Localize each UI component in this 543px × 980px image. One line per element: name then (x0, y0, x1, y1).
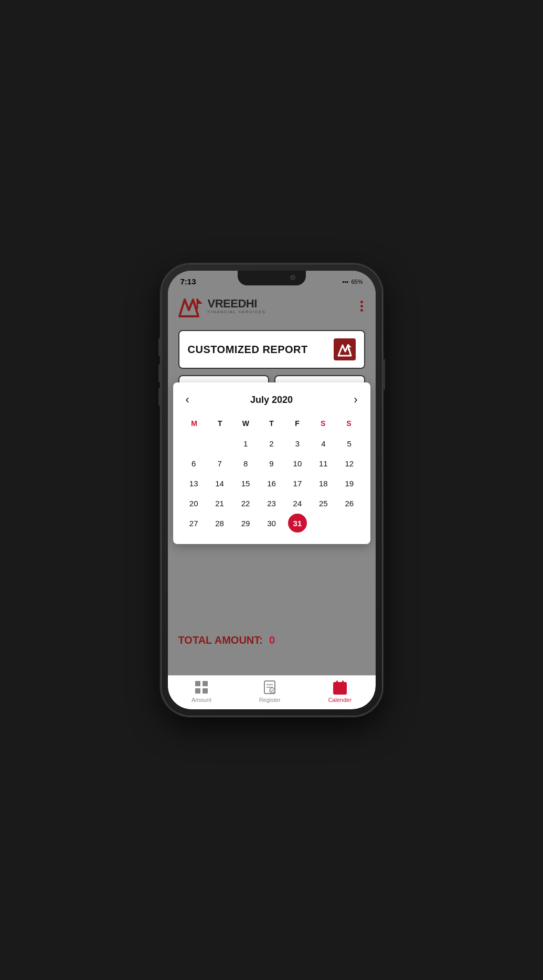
app-header: VREEDHI Financial Services (168, 289, 376, 322)
calendar-day[interactable]: 11 (314, 454, 333, 473)
report-button-label: CUSTOMIZED REPORT (188, 344, 308, 356)
camera (290, 275, 295, 280)
calendar-day[interactable]: 12 (340, 454, 359, 473)
svg-rect-27 (342, 680, 344, 684)
calendar-day[interactable]: 26 (340, 494, 359, 513)
battery-icon: 65% (351, 279, 363, 285)
svg-rect-29 (339, 688, 340, 690)
calendar-day[interactable]: 20 (184, 494, 203, 513)
calendar-day[interactable]: 13 (184, 474, 203, 493)
svg-rect-25 (334, 683, 346, 686)
total-label: TOTAL AMOUNT: (178, 634, 263, 646)
calendar-day[interactable]: 15 (236, 474, 255, 493)
report-icon-box (334, 338, 356, 360)
nav-item-amount[interactable]: Amount (191, 680, 211, 703)
total-value: 0 (269, 634, 275, 646)
weekday-w-2: W (233, 417, 259, 430)
calendar-overlay: ‹ July 2020 › MTWTFSS 123456789101112131… (173, 382, 370, 544)
total-amount-row: TOTAL AMOUNT: 0 (178, 634, 365, 646)
status-time: 7:13 (180, 277, 196, 286)
weekday-f-4: F (284, 417, 310, 430)
calendar-day[interactable]: 31 (288, 514, 307, 532)
status-icons: ▪▪▪ 65% (343, 279, 363, 285)
svg-marker-0 (179, 300, 198, 316)
calendar-day[interactable]: 30 (262, 514, 281, 532)
register-icon (262, 680, 277, 695)
phone-screen: 7:13 ▪▪▪ 65% (168, 271, 376, 709)
calendar-day[interactable]: 19 (340, 474, 359, 493)
calendar-day[interactable]: 5 (340, 434, 359, 453)
calendar-day[interactable]: 29 (236, 514, 255, 532)
svg-rect-30 (343, 688, 344, 690)
weekday-s-5: S (310, 417, 336, 430)
svg-rect-16 (195, 681, 200, 686)
calendar-day[interactable]: 8 (236, 454, 255, 473)
calendar-day[interactable]: 14 (210, 474, 229, 493)
calendar-day[interactable]: 7 (210, 454, 229, 473)
nav-label-amount: Amount (191, 697, 211, 703)
calendar-day[interactable]: 28 (210, 514, 229, 532)
calendar-day[interactable]: 24 (288, 494, 307, 513)
calendar-day[interactable]: 17 (288, 474, 307, 493)
logo-sub-text: Financial Services (208, 310, 266, 314)
calendar-month-year: July 2020 (250, 395, 293, 406)
logo-icon (178, 294, 205, 318)
vreedhi-logo-small (337, 342, 352, 357)
weekday-m-0: M (182, 417, 207, 430)
bottom-nav: Amount Register (168, 675, 376, 709)
amount-icon (194, 680, 209, 695)
logo: VREEDHI Financial Services (178, 294, 266, 318)
calendar-day (314, 514, 333, 532)
calendar-day[interactable]: 18 (314, 474, 333, 493)
calendar-day[interactable]: 4 (314, 434, 333, 453)
calendar-prev-button[interactable]: ‹ (182, 392, 194, 408)
screen: 7:13 ▪▪▪ 65% (168, 271, 376, 709)
phone-frame: 7:13 ▪▪▪ 65% (162, 264, 382, 716)
calendar-day[interactable]: 2 (262, 434, 281, 453)
logo-main-text: VREEDHI (208, 298, 266, 310)
svg-rect-18 (195, 688, 200, 694)
logo-text: VREEDHI Financial Services (208, 298, 266, 314)
calendar-day[interactable]: 23 (262, 494, 281, 513)
calendar-day[interactable]: 21 (210, 494, 229, 513)
svg-rect-26 (336, 680, 338, 684)
calendar-day[interactable]: 27 (184, 514, 203, 532)
nav-label-calendar: Calender (328, 697, 352, 703)
weekday-t-1: T (207, 417, 233, 430)
nav-item-calendar[interactable]: Calender (328, 680, 352, 703)
calendar-header: ‹ July 2020 › (182, 392, 362, 408)
svg-rect-32 (339, 691, 340, 693)
calendar-day (184, 434, 203, 453)
svg-rect-19 (203, 688, 208, 694)
main-area: CUSTOMIZED REPORT Start Date 2020/06/25 (168, 322, 376, 675)
nav-item-register[interactable]: Register (259, 680, 281, 703)
calendar-nav-icon (333, 680, 347, 695)
calendar-day[interactable]: 22 (236, 494, 255, 513)
svg-rect-31 (335, 691, 337, 693)
calendar-day[interactable]: 1 (236, 434, 255, 453)
calendar-day[interactable]: 25 (314, 494, 333, 513)
weekday-t-3: T (259, 417, 284, 430)
svg-rect-28 (335, 688, 337, 690)
customized-report-button[interactable]: CUSTOMIZED REPORT (178, 330, 365, 369)
calendar-day[interactable]: 6 (184, 454, 203, 473)
calendar-day (340, 514, 359, 532)
calendar-weekdays: MTWTFSS (182, 417, 362, 430)
notch (238, 271, 306, 285)
nav-label-register: Register (259, 697, 281, 703)
menu-button[interactable] (358, 299, 365, 314)
calendar-day (210, 434, 229, 453)
calendar-day[interactable]: 3 (288, 434, 307, 453)
calendar-next-button[interactable]: › (349, 392, 361, 408)
calendar-days: 1234567891011121314151617181920212223242… (182, 434, 362, 532)
calendar-day[interactable]: 9 (262, 454, 281, 473)
calendar-day[interactable]: 10 (288, 454, 307, 473)
weekday-s-6: S (336, 417, 361, 430)
calendar-day[interactable]: 16 (262, 474, 281, 493)
signal-icon: ▪▪▪ (343, 279, 349, 285)
svg-rect-17 (203, 681, 208, 686)
